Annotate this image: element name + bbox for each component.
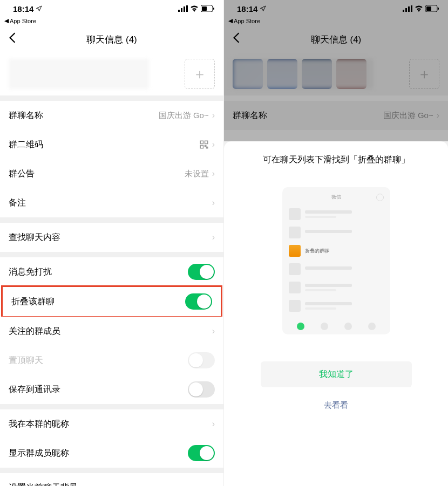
preview-avatar (289, 208, 301, 220)
mute-toggle[interactable] (188, 264, 215, 280)
nav-bar: 聊天信息 (4) (0, 26, 223, 52)
preview-row (282, 297, 390, 315)
svg-rect-0 (178, 10, 180, 12)
guide-sheet: 可在聊天列表下滑找到「折叠的群聊」 微信 折叠的群聊 (224, 141, 448, 486)
highlight-fold: 折叠该群聊 (1, 285, 222, 318)
add-member-button[interactable]: ＋ (185, 59, 215, 89)
ok-button[interactable]: 我知道了 (261, 361, 412, 387)
cell-fold[interactable]: 折叠该群聊 (3, 287, 221, 316)
cell-qr[interactable]: 群二维码 › (0, 130, 223, 159)
group-name-label: 群聊名称 (233, 110, 267, 121)
cell-search-chat[interactable]: 查找聊天内容 › (0, 223, 223, 252)
members-section: ＋ (224, 52, 448, 95)
fold-toggle[interactable] (185, 293, 212, 310)
preview-row (282, 260, 390, 278)
nav-title: 聊天信息 (4) (224, 33, 448, 46)
preview-avatar (289, 227, 301, 238)
svg-rect-2 (184, 6, 185, 12)
svg-rect-9 (200, 146, 203, 148)
add-member-button[interactable]: ＋ (409, 59, 439, 89)
chevron-icon: › (212, 326, 215, 336)
screen-fold-guide: 18:14 ◀ App Store (224, 0, 448, 486)
preview-tabbar (282, 318, 390, 334)
cell-save-contacts[interactable]: 保存到通讯录 (0, 375, 223, 404)
search-label: 查找聊天内容 (9, 232, 60, 243)
back-to-app[interactable]: ◀ App Store (0, 17, 223, 26)
group-name-value: 国庆出游 Go~ (383, 111, 433, 121)
save-label: 保存到通讯录 (9, 384, 60, 395)
svg-rect-17 (426, 6, 431, 11)
chevron-icon: › (437, 111, 439, 120)
ok-button-label: 我知道了 (319, 369, 354, 380)
preview-tab (297, 323, 304, 330)
svg-rect-6 (213, 8, 214, 10)
bg-label: 设置当前聊天背景 (9, 482, 78, 487)
members-section: ＋ (0, 52, 223, 95)
cell-pin: 置顶聊天 (0, 346, 223, 375)
chevron-icon: › (212, 232, 215, 242)
chevron-icon: › (212, 198, 215, 208)
cell-remark[interactable]: 备注 › (0, 188, 223, 217)
sheet-title: 可在聊天列表下滑找到「折叠的群聊」 (263, 154, 410, 166)
save-toggle[interactable] (188, 381, 215, 398)
svg-rect-11 (206, 147, 207, 148)
nav-bar: 聊天信息 (4) (224, 26, 448, 52)
members-blurred (233, 59, 373, 89)
status-bar: 18:14 (0, 0, 223, 17)
preview-tab (368, 323, 376, 330)
pin-toggle (188, 352, 215, 368)
preview-row (282, 205, 390, 223)
wifi-icon (415, 4, 423, 13)
preview-tab (344, 323, 352, 330)
show-nick-toggle[interactable] (188, 445, 215, 461)
chevron-icon: › (212, 140, 215, 149)
preview-avatar-folded (289, 245, 301, 257)
group-name-label: 群聊名称 (9, 110, 43, 121)
qr-icon (199, 140, 209, 149)
cell-watched-members[interactable]: 关注的群成员 › (0, 317, 223, 346)
nav-back-icon[interactable] (230, 30, 242, 49)
cell-group-name[interactable]: 群聊名称 国庆出游 Go~ › (0, 101, 223, 130)
back-to-app[interactable]: ◀ App Store (224, 17, 448, 26)
qr-label: 群二维码 (9, 139, 43, 150)
location-icon (260, 4, 266, 13)
battery-icon (201, 4, 215, 13)
notice-value: 未设置 (185, 169, 209, 179)
svg-rect-8 (205, 141, 207, 143)
preview-fold-label: 折叠的群聊 (305, 248, 329, 255)
screen-settings: 18:14 ◀ App Store 聊天信息 (4) ＋ (0, 0, 224, 486)
preview-row (282, 223, 390, 242)
svg-rect-5 (202, 6, 207, 11)
cell-bg[interactable]: 设置当前聊天背景 (0, 473, 223, 486)
back-triangle-icon: ◀ (228, 17, 233, 24)
status-bar: 18:14 (224, 0, 448, 17)
signal-icon (178, 4, 188, 13)
back-app-label: App Store (234, 18, 260, 24)
location-icon (36, 4, 42, 13)
preview-avatar (289, 263, 301, 275)
back-triangle-icon: ◀ (4, 17, 9, 24)
svg-rect-12 (403, 10, 404, 12)
preview-row-folded: 折叠的群聊 (282, 242, 390, 260)
go-see-link[interactable]: 去看看 (324, 400, 348, 410)
preview-row (282, 278, 390, 297)
preview-avatar (289, 282, 301, 293)
chevron-icon: › (212, 111, 215, 120)
status-time: 18:14 (13, 4, 33, 13)
cell-my-nick[interactable]: 我在本群的昵称 › (0, 409, 223, 439)
mute-label: 消息免打扰 (9, 266, 52, 278)
battery-icon (425, 4, 439, 13)
nav-back-icon[interactable] (6, 30, 18, 49)
cell-mute[interactable]: 消息免打扰 (0, 257, 223, 286)
cell-show-nick[interactable]: 显示群成员昵称 (0, 439, 223, 468)
svg-rect-15 (411, 5, 412, 12)
show-nick-label: 显示群成员昵称 (9, 448, 69, 459)
pin-label: 置顶聊天 (9, 355, 43, 366)
preview-tab (321, 323, 328, 330)
wifi-icon (190, 4, 199, 13)
chevron-icon: › (212, 419, 215, 429)
cell-notice[interactable]: 群公告 未设置 › (0, 159, 223, 188)
preview-chatlist: 微信 折叠的群聊 (282, 187, 390, 334)
cell-group-name[interactable]: 群聊名称 国庆出游 Go~ › (224, 101, 448, 130)
my-nick-label: 我在本群的昵称 (9, 419, 69, 430)
